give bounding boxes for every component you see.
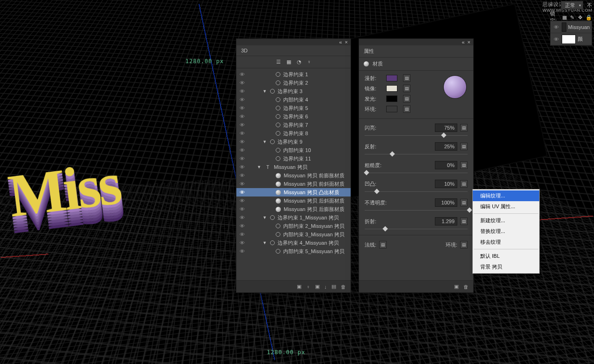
slider-track[interactable]: [365, 152, 468, 157]
visibility-eye-icon[interactable]: 👁: [238, 88, 246, 94]
trash-icon[interactable]: 🗑: [463, 284, 469, 290]
slider-track[interactable]: [365, 208, 468, 213]
tree-row[interactable]: 👁▼TMissyuan 拷贝: [236, 163, 351, 171]
collapse-icon[interactable]: «: [339, 39, 342, 45]
slider-value[interactable]: 100%: [435, 198, 457, 207]
filter-mesh-icon[interactable]: ▦: [286, 59, 291, 65]
menu-item[interactable]: 编辑 UV 属性...: [473, 201, 539, 212]
tree-row[interactable]: 👁边界约束 8: [236, 129, 351, 138]
slider-track[interactable]: [365, 226, 468, 232]
tree-row[interactable]: 👁▼边界约束 3: [236, 87, 351, 95]
tree-row[interactable]: 👁内部约束 10: [236, 146, 351, 154]
menu-item[interactable]: 替换纹理...: [473, 226, 539, 237]
texture-folder-icon[interactable]: ▤: [460, 143, 468, 150]
render-icon[interactable]: ▣: [454, 284, 459, 290]
texture-folder-icon[interactable]: ▤: [460, 218, 468, 225]
lock-move-icon[interactable]: ✥: [578, 15, 583, 21]
slider-track[interactable]: [365, 133, 468, 138]
slider-track[interactable]: [365, 170, 468, 176]
render-icon[interactable]: ↓: [324, 284, 327, 290]
filter-scene-icon[interactable]: ☰: [276, 59, 281, 65]
light-icon[interactable]: ♀: [306, 284, 310, 290]
panel-3d-tab[interactable]: 3D: [236, 45, 351, 56]
visibility-eye-icon[interactable]: 👁: [238, 189, 246, 195]
visibility-eye-icon[interactable]: 👁: [238, 80, 246, 86]
filter-material-icon[interactable]: ◔: [297, 59, 301, 65]
visibility-eye-icon[interactable]: 👁: [238, 72, 246, 77]
texture-folder-icon[interactable]: ▤: [403, 105, 411, 113]
menu-item[interactable]: 编辑纹理...: [473, 190, 539, 201]
visibility-eye-icon[interactable]: 👁: [238, 198, 246, 204]
visibility-eye-icon[interactable]: 👁: [238, 232, 246, 237]
texture-folder-icon[interactable]: ▤: [403, 95, 411, 102]
disclosure-caret-icon[interactable]: ▼: [263, 215, 267, 220]
panel-properties-tab[interactable]: 属性: [359, 45, 473, 58]
new-layer-icon[interactable]: ▣: [297, 284, 301, 290]
visibility-eye-icon[interactable]: 👁: [238, 131, 246, 136]
tree-row[interactable]: 👁边界约束 11: [236, 154, 351, 163]
menu-item[interactable]: 默认 IBL: [473, 251, 539, 262]
filter-light-icon[interactable]: ♀: [307, 59, 311, 65]
collapse-icon[interactable]: «: [462, 39, 464, 45]
visibility-eye-icon[interactable]: 👁: [552, 36, 560, 42]
layer-row[interactable]: 👁颜: [550, 33, 592, 45]
slider-value[interactable]: 10%: [435, 180, 457, 188]
slider-thumb[interactable]: [441, 132, 446, 138]
trash-icon[interactable]: 🗑: [341, 284, 346, 290]
menu-item[interactable]: 背景 拷贝: [473, 262, 539, 272]
tree-row[interactable]: 👁边界约束 6: [236, 112, 351, 121]
texture-folder-icon[interactable]: ▤: [403, 85, 411, 92]
lock-all-icon[interactable]: 🔒: [586, 15, 592, 21]
texture-folder-icon[interactable]: ▤: [460, 199, 468, 206]
visibility-eye-icon[interactable]: 👁: [238, 206, 246, 212]
disclosure-caret-icon[interactable]: ▼: [263, 139, 267, 144]
texture-folder-icon[interactable]: ▤: [403, 74, 411, 82]
menu-item[interactable]: 新建纹理...: [473, 215, 539, 226]
visibility-eye-icon[interactable]: 👁: [238, 147, 246, 153]
normal-folder-icon[interactable]: ▤: [379, 241, 387, 248]
slider-thumb[interactable]: [467, 207, 472, 212]
text-3d[interactable]: Miss: [5, 148, 123, 231]
color-swatch[interactable]: [386, 106, 397, 112]
camera-icon[interactable]: ▣: [315, 284, 320, 290]
color-swatch[interactable]: [386, 75, 397, 81]
slider-value[interactable]: 1.299: [435, 217, 457, 226]
visibility-eye-icon[interactable]: 👁: [238, 164, 246, 170]
tree-row[interactable]: 👁▼边界约束 1_Missyuan 拷贝: [236, 213, 351, 222]
slider-value[interactable]: 75%: [435, 124, 457, 132]
tree-row[interactable]: 👁内部约束 3_Missyuan 拷贝: [236, 230, 351, 239]
color-swatch[interactable]: [386, 85, 397, 92]
lock-brush-icon[interactable]: ✎: [570, 15, 575, 21]
visibility-eye-icon[interactable]: 👁: [238, 181, 246, 187]
slider-thumb[interactable]: [382, 226, 388, 231]
panel-3d-tree[interactable]: 👁边界约束 1👁边界约束 2👁▼边界约束 3👁内部约束 4👁边界约束 5👁边界约…: [236, 68, 351, 280]
tree-row[interactable]: 👁边界约束 5: [236, 104, 351, 112]
slider-thumb[interactable]: [364, 170, 369, 175]
env-folder-icon[interactable]: ▤: [460, 241, 468, 248]
slider-value[interactable]: 0%: [435, 161, 457, 169]
tree-row[interactable]: 👁边界约束 2: [236, 79, 351, 87]
slider-thumb[interactable]: [389, 151, 395, 156]
visibility-eye-icon[interactable]: 👁: [238, 173, 246, 178]
visibility-eye-icon[interactable]: 👁: [238, 105, 246, 111]
disclosure-caret-icon[interactable]: ▼: [257, 165, 262, 169]
texture-folder-icon[interactable]: ▤: [460, 180, 468, 188]
visibility-eye-icon[interactable]: 👁: [238, 97, 246, 102]
tree-row[interactable]: 👁Missyuan 拷贝 后膨胀材质: [236, 205, 351, 213]
tree-row[interactable]: 👁边界约束 1: [236, 70, 351, 79]
tree-row[interactable]: 👁Missyuan 拷贝 后斜面材质: [236, 197, 351, 205]
visibility-eye-icon[interactable]: 👁: [238, 114, 246, 119]
texture-folder-icon[interactable]: ▤: [460, 161, 468, 169]
tree-row[interactable]: 👁▼边界约束 4_Missyuan 拷贝: [236, 239, 351, 247]
visibility-eye-icon[interactable]: 👁: [552, 24, 560, 30]
disclosure-caret-icon[interactable]: ▼: [263, 89, 267, 94]
material-preview[interactable]: [443, 75, 467, 99]
tree-row[interactable]: 👁Missyuan 拷贝 前膨胀材质: [236, 171, 351, 180]
color-swatch[interactable]: [386, 95, 397, 102]
tree-row[interactable]: 👁内部约束 2_Missyuan 拷贝: [236, 222, 351, 230]
tree-row[interactable]: 👁Missyuan 拷贝 前斜面材质: [236, 180, 351, 188]
tree-row[interactable]: 👁内部约束 5_Missyuan 拷贝: [236, 247, 351, 255]
close-icon[interactable]: ×: [345, 39, 348, 45]
tree-row[interactable]: 👁Missyuan 拷贝 凸出材质: [236, 188, 351, 197]
visibility-eye-icon[interactable]: 👁: [238, 156, 246, 161]
